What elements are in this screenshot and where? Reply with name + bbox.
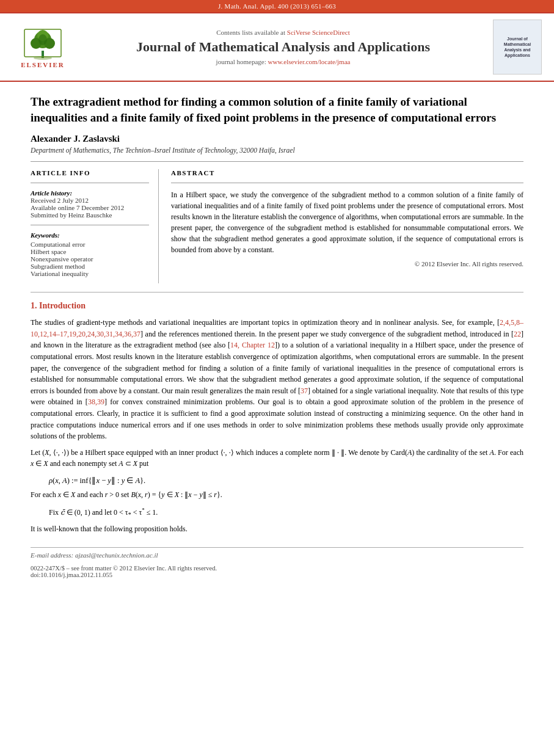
journal-header-center: Contents lists available at SciVerse Sci… (82, 29, 484, 66)
introduction-heading: 1. Introduction (31, 301, 523, 311)
doi-line: doi:10.1016/j.jmaa.2012.11.055 (31, 572, 523, 578)
keyword-1: Computational error (31, 241, 149, 248)
journal-thumbnail: Journal of Mathematical Analysis and App… (493, 20, 542, 75)
journal-header: ELSEVIER Contents lists available at Sci… (0, 12, 554, 82)
article-history-group: Article history: Received 2 July 2012 Av… (31, 189, 149, 219)
abstract-heading: Abstract (171, 169, 523, 176)
keyword-4: Subgradient method (31, 263, 149, 270)
available-date: Available online 7 December 2012 (31, 204, 149, 211)
math-fix-c: Fix c̄ ∈ (0, 1) and let 0 < τ* < τ* ≤ 1. (49, 506, 523, 520)
issn-line: 0022-247X/$ – see front matter © 2012 El… (31, 565, 523, 572)
author-name: Alexander J. Zaslavski (31, 134, 523, 144)
sciverse-link[interactable]: SciVerse ScienceDirect (287, 29, 350, 36)
journal-citation: J. Math. Anal. Appl. 400 (2013) 651–663 (218, 2, 336, 10)
journal-citation-bar: J. Math. Anal. Appl. 400 (2013) 651–663 (0, 0, 554, 12)
email-address: ajzasl@techunix.technion.ac.il (75, 551, 158, 559)
journal-title: Journal of Mathematical Analysis and App… (82, 38, 484, 56)
footer-note: E-mail address: ajzasl@techunix.technion… (31, 547, 523, 559)
main-content: The extragradient method for finding a c… (0, 82, 554, 591)
keywords-label: Keywords: (31, 231, 149, 239)
keywords-group: Keywords: Computational error Hilbert sp… (31, 231, 149, 277)
copyright-notice: © 2012 Elsevier Inc. All rights reserved… (171, 260, 523, 267)
elsevier-logo: ELSEVIER (12, 26, 73, 68)
info-divider (31, 183, 149, 183)
section-divider (31, 292, 523, 293)
homepage-prefix: journal homepage: (216, 58, 266, 65)
abstract-divider (171, 183, 523, 183)
keyword-2: Hilbert space (31, 248, 149, 255)
journal-homepage-line: journal homepage: www.elsevier.com/locat… (82, 58, 484, 65)
footer-bottom: 0022-247X/$ – see front matter © 2012 El… (31, 565, 523, 578)
keywords-divider (31, 225, 149, 225)
sciverse-prefix: Contents lists available at (216, 29, 285, 36)
email-label: E-mail address: (31, 551, 73, 559)
abstract-text: In a Hilbert space, we study the converg… (171, 189, 523, 255)
paper-title: The extragradient method for finding a c… (31, 94, 523, 125)
received-date: Received 2 July 2012 (31, 197, 149, 204)
elsevier-tree-icon (21, 26, 64, 60)
chapter-ref: Chapter (242, 341, 265, 349)
header-divider (31, 161, 523, 162)
keyword-5: Variational inequality (31, 270, 149, 277)
article-info-column: Article Info Article history: Received 2… (31, 169, 159, 283)
author-affiliation: Department of Mathematics, The Technion–… (31, 147, 523, 154)
info-abstract-section: Article Info Article history: Received 2… (31, 169, 523, 283)
svg-point-7 (38, 34, 47, 45)
abstract-column: Abstract In a Hilbert space, we study th… (171, 169, 523, 283)
footer-email-line: E-mail address: ajzasl@techunix.technion… (31, 551, 523, 559)
submitted-by: Submitted by Heinz Bauschke (31, 211, 149, 219)
history-label: Article history: (31, 189, 149, 197)
elsevier-brand-text: ELSEVIER (21, 61, 65, 68)
intro-paragraph-3: For each x ∈ X and each r > 0 set B(x, r… (31, 489, 523, 501)
homepage-link[interactable]: www.elsevier.com/locate/jmaa (268, 58, 351, 65)
intro-paragraph-2: Let (X, ⟨·, ·⟩) be a Hilbert space equip… (31, 447, 523, 470)
keyword-3: Nonexpansive operator (31, 255, 149, 263)
math-rho-definition: ρ(x, A) := inf{‖x − y‖ : y ∈ A}. (49, 476, 523, 485)
article-info-heading: Article Info (31, 169, 149, 176)
intro-paragraph-4: It is well-known that the following prop… (31, 523, 523, 535)
sciverse-link-line: Contents lists available at SciVerse Sci… (82, 29, 484, 36)
intro-paragraph-1: The studies of gradient-type methods and… (31, 317, 523, 442)
